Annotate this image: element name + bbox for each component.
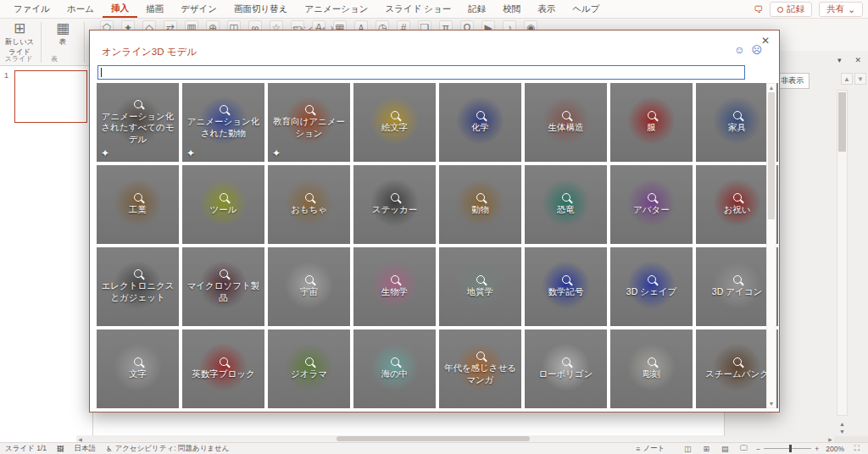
category-label: お祝い xyxy=(721,204,754,216)
category-tile[interactable]: 宇宙 ✦ xyxy=(268,247,350,326)
ribbon-tab[interactable]: ファイル xyxy=(5,0,58,18)
category-tile[interactable]: 服 ✦ xyxy=(610,83,693,162)
accessibility-label: アクセシビリティ: 問題ありません xyxy=(115,444,230,454)
ribbon-tab[interactable]: アニメーション xyxy=(296,0,376,18)
scrollbar-thumb[interactable] xyxy=(838,92,846,152)
ribbon-tab[interactable]: ヘルプ xyxy=(564,0,608,18)
category-label: マイクロソフト製品 xyxy=(182,280,264,303)
search-icon xyxy=(305,193,314,202)
category-tile[interactable]: 化学 ✦ xyxy=(439,83,521,162)
zoom-slider[interactable] xyxy=(764,448,811,449)
search-icon xyxy=(391,193,399,202)
move-down-icon[interactable]: ▼ xyxy=(854,73,866,85)
category-label: 恐竜 xyxy=(554,204,577,216)
ribbon-tab[interactable]: 画面切り替え xyxy=(225,0,297,18)
comments-icon[interactable]: 🗨 xyxy=(754,4,763,14)
slide-thumbnail-pane: 1 xyxy=(0,66,93,442)
category-label: 数学記号 xyxy=(546,286,587,298)
slide-nav-buttons: ▲ ▼ xyxy=(837,421,848,435)
zoom-slider-thumb[interactable] xyxy=(789,445,792,452)
move-up-icon[interactable]: ▲ xyxy=(841,73,853,85)
search-icon xyxy=(648,275,656,284)
dialog-scrollbar[interactable]: ▲ ▼ xyxy=(766,83,776,408)
record-button[interactable]: 記録 xyxy=(770,2,812,17)
new-slide-label: 新しいスライド xyxy=(5,37,35,56)
category-tile[interactable]: 教育向けアニメーション ✦ xyxy=(268,83,350,162)
scrollbar-thumb[interactable] xyxy=(768,92,775,219)
ribbon-tab[interactable]: スライド ショー xyxy=(376,0,459,18)
category-tile[interactable]: アニメーション化された動物 ✦ xyxy=(182,83,264,162)
smiley-sad-icon[interactable]: ☹ xyxy=(751,44,762,56)
ribbon-tab[interactable]: 挿入 xyxy=(103,0,137,18)
feedback-icons: ☺ ☹ xyxy=(734,44,762,56)
smiley-happy-icon[interactable]: ☺ xyxy=(734,44,744,56)
scroll-left-icon[interactable]: ◀ xyxy=(76,436,84,442)
powerpoint-window: ファイル ホーム 挿入 描画 デザイン 画面切り替え アニメーション スライド … xyxy=(0,0,868,454)
category-tile[interactable]: ステッカー ✦ xyxy=(353,165,436,244)
scrollbar-thumb[interactable] xyxy=(337,436,530,441)
category-tile[interactable]: 恐竜 ✦ xyxy=(525,165,607,244)
normal-view-icon[interactable]: ◫ xyxy=(682,445,693,453)
previous-slide-icon[interactable]: ▲ xyxy=(839,421,845,427)
category-tile[interactable]: マイクロソフト製品 ✦ xyxy=(182,247,264,326)
scroll-right-icon[interactable]: ▶ xyxy=(826,436,834,442)
category-tile[interactable]: 地質学 ✦ xyxy=(439,247,521,326)
next-slide-icon[interactable]: ▼ xyxy=(839,429,845,435)
tab-label: デザイン xyxy=(181,3,217,15)
fit-to-window-icon[interactable]: ⛶ xyxy=(851,444,863,453)
pane-collapse-icon[interactable]: ▾ xyxy=(837,56,842,64)
category-tile[interactable]: 英数字ブロック ✦ xyxy=(182,329,264,408)
category-tile[interactable]: 生物学 ✦ xyxy=(353,247,436,326)
ribbon-tab[interactable]: 記録 xyxy=(459,0,494,18)
ribbon-tab[interactable]: 描画 xyxy=(137,0,172,18)
category-label: 海の中 xyxy=(379,368,411,380)
category-label: 動物 xyxy=(469,204,492,216)
animation-badge-icon: ✦ xyxy=(101,147,109,159)
zoom-level[interactable]: 200% xyxy=(826,445,844,453)
category-tile[interactable]: 絵文字 ✦ xyxy=(353,83,436,162)
language-indicator[interactable]: 日本語 xyxy=(74,444,96,454)
ribbon-tab[interactable]: 校閲 xyxy=(494,0,529,18)
category-tile[interactable]: 彫刻 ✦ xyxy=(610,329,693,408)
theme-icon[interactable]: 🖽 xyxy=(57,445,64,453)
pane-close-icon[interactable]: ✕ xyxy=(854,56,861,64)
scroll-up-icon[interactable]: ▲ xyxy=(767,85,776,91)
category-label: 英数字ブロック xyxy=(189,368,257,380)
category-tile[interactable]: 年代を感じさせるマンガ ✦ xyxy=(439,329,521,408)
horizontal-scrollbar[interactable]: ◀ ▶ xyxy=(76,435,834,442)
accessibility-status[interactable]: ♿アクセシビリティ: 問題ありません xyxy=(106,444,229,454)
ribbon-tab[interactable]: 表示 xyxy=(529,0,564,18)
zoom-out-icon[interactable]: − xyxy=(756,445,760,453)
search-input[interactable] xyxy=(97,65,745,80)
notes-icon: ≡ xyxy=(636,445,640,453)
scroll-down-icon[interactable]: ▼ xyxy=(767,401,776,407)
category-tile[interactable]: 海の中 ✦ xyxy=(353,329,436,408)
category-tile[interactable]: 3D シェイプ ✦ xyxy=(610,247,693,326)
category-tile[interactable]: ジオラマ ✦ xyxy=(268,329,350,408)
notes-button[interactable]: ≡ノート xyxy=(636,444,665,454)
scrollbar-track[interactable] xyxy=(84,435,826,442)
slideshow-icon[interactable]: 🖵 xyxy=(737,444,749,453)
reading-view-icon[interactable]: ▤ xyxy=(719,445,731,453)
category-tile[interactable]: 文字 ✦ xyxy=(97,329,179,408)
category-tile[interactable]: おもちゃ ✦ xyxy=(268,165,350,244)
ribbon-tab[interactable]: デザイン xyxy=(172,0,225,18)
search-icon xyxy=(733,111,742,119)
zoom-in-icon[interactable]: + xyxy=(815,445,819,453)
slide-sorter-icon[interactable]: ⊞ xyxy=(700,445,712,453)
category-label: 3D アイコン xyxy=(709,286,765,298)
category-tile[interactable]: アニメーション化されたすべてのモデル ✦ xyxy=(97,83,179,162)
category-tile[interactable]: エレクトロニクスとガジェット ✦ xyxy=(97,247,179,326)
search-icon xyxy=(562,275,570,284)
vertical-scrollbar[interactable] xyxy=(837,90,848,416)
category-tile[interactable]: 生体構造 ✦ xyxy=(525,83,607,162)
category-tile[interactable]: 数学記号 ✦ xyxy=(525,247,607,326)
category-tile[interactable]: ツール ✦ xyxy=(182,165,264,244)
slide-thumbnail[interactable] xyxy=(14,70,87,123)
ribbon-tab[interactable]: ホーム xyxy=(58,0,103,18)
category-tile[interactable]: アバター ✦ xyxy=(610,165,693,244)
share-button[interactable]: 共有⌄ xyxy=(819,2,863,17)
category-tile[interactable]: 工業 ✦ xyxy=(97,165,179,244)
category-tile[interactable]: 動物 ✦ xyxy=(439,165,521,244)
category-tile[interactable]: ローポリゴン ✦ xyxy=(525,329,607,408)
